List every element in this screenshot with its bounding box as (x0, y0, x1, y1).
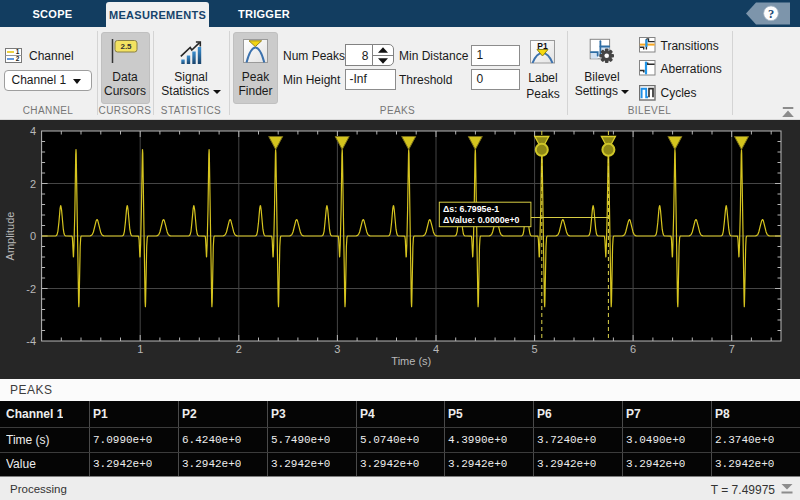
svg-text:-4: -4 (26, 335, 36, 347)
svg-text:0: 0 (30, 230, 36, 242)
svg-text:Amplitude: Amplitude (4, 212, 16, 261)
svg-text:1: 1 (137, 343, 143, 355)
svg-text:2: 2 (16, 55, 20, 62)
svg-text:5: 5 (532, 343, 538, 355)
svg-text:6: 6 (630, 343, 636, 355)
svg-text:Time (s): Time (s) (391, 355, 431, 367)
svg-text:1: 1 (16, 48, 20, 55)
svg-text:-2: -2 (26, 283, 36, 295)
svg-text:2: 2 (30, 178, 36, 190)
svg-text:Δs: 6.7995e-1: Δs: 6.7995e-1 (443, 204, 499, 214)
svg-text:3: 3 (334, 343, 340, 355)
svg-text:ΔValue: 0.0000e+0: ΔValue: 0.0000e+0 (443, 215, 520, 225)
svg-text:7: 7 (729, 343, 735, 355)
svg-text:?: ? (768, 7, 774, 21)
svg-text:4: 4 (30, 125, 36, 137)
svg-text:4: 4 (433, 343, 439, 355)
svg-text:2.5: 2.5 (120, 42, 132, 51)
svg-text:8: 8 (361, 49, 368, 63)
svg-text:2: 2 (236, 343, 242, 355)
